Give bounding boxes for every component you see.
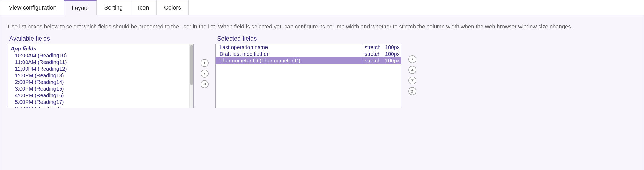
available-field-item[interactable]: 4:00PM (Reading16) [10, 92, 189, 99]
selected-field-width: 100px [383, 51, 400, 57]
available-field-item[interactable]: 1:00PM (Reading13) [10, 72, 189, 79]
chevron-right-icon [203, 61, 206, 65]
tabstrip: View configuration Layout Sorting Icon C… [0, 0, 644, 15]
selected-field-label: Draft last modified on [219, 51, 362, 57]
move-bottom-button[interactable] [408, 87, 416, 95]
tab-view-configuration[interactable]: View configuration [1, 0, 64, 15]
move-top-button[interactable] [408, 55, 416, 63]
available-field-item[interactable]: 11:00AM (Reading11) [10, 59, 189, 66]
available-field-item[interactable]: 2:00PM (Reading14) [10, 79, 189, 86]
tab-colors[interactable]: Colors [156, 0, 189, 15]
available-scrollbar[interactable] [189, 44, 193, 108]
remove-field-button[interactable] [201, 70, 209, 78]
available-fields-title: Available fields [9, 35, 194, 42]
selected-field-stretch: stretch [362, 58, 383, 64]
available-field-item[interactable]: 10:00AM (Reading10) [10, 52, 189, 59]
selected-fields-title: Selected fields [217, 35, 401, 42]
add-field-button[interactable] [201, 59, 209, 67]
selected-field-row[interactable]: Draft last modified on stretch 100px [216, 51, 401, 57]
selected-field-label: Thermometer ID (ThermometerID) [219, 58, 362, 64]
double-chevron-left-icon [203, 83, 206, 86]
tab-icon[interactable]: Icon [130, 0, 157, 15]
available-fields-listbox[interactable]: App fields 10:00AM (Reading10) 11:00AM (… [8, 44, 194, 108]
tab-sorting[interactable]: Sorting [96, 0, 130, 15]
move-top-icon [411, 58, 414, 61]
chevron-down-icon [411, 79, 414, 82]
selected-fields-listbox[interactable]: Last operation name stretch 100px Draft … [215, 44, 401, 108]
move-down-button[interactable] [408, 76, 416, 84]
chevron-left-icon [203, 72, 206, 75]
selected-field-stretch: stretch [362, 44, 383, 50]
selected-field-row[interactable]: Last operation name stretch 100px [216, 44, 401, 51]
available-field-item[interactable]: 8:00AM (Reading8) [10, 105, 189, 108]
layout-panel: Use list boxes below to select which fie… [0, 15, 644, 170]
svg-rect-1 [411, 92, 413, 93]
selected-field-label: Last operation name [219, 44, 362, 50]
remove-all-fields-button[interactable] [201, 80, 209, 88]
move-up-button[interactable] [408, 66, 416, 74]
panel-description: Use list boxes below to select which fie… [8, 23, 636, 30]
available-field-item[interactable]: 3:00PM (Reading15) [10, 86, 189, 92]
move-bottom-icon [411, 90, 414, 93]
available-field-item[interactable]: 12:00PM (Reading12) [10, 66, 189, 72]
chevron-up-icon [411, 68, 414, 71]
scroll-thumb[interactable] [190, 45, 193, 85]
available-group-header: App fields [10, 45, 189, 52]
selected-field-width: 100px [383, 58, 400, 64]
svg-rect-0 [411, 58, 413, 58]
tab-layout[interactable]: Layout [64, 0, 97, 15]
selected-field-width: 100px [383, 44, 400, 50]
selected-field-stretch: stretch [362, 51, 383, 57]
selected-field-row[interactable]: Thermometer ID (ThermometerID) stretch 1… [216, 57, 401, 64]
available-field-item[interactable]: 5:00PM (Reading17) [10, 99, 189, 105]
